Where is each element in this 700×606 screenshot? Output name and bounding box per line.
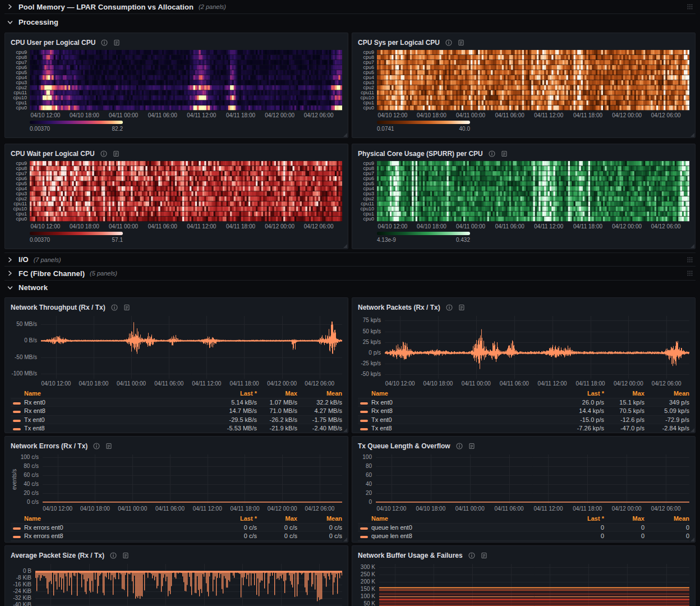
panel-resize-handle[interactable] <box>690 133 694 137</box>
row-panel-count: (2 panels) <box>199 3 226 10</box>
info-icon[interactable] <box>445 39 452 46</box>
row-title[interactable]: I/O <box>19 255 29 264</box>
legend-column-header[interactable]: Max <box>604 515 644 522</box>
legend-row: Rx ent814.4 kp/s70.5 kp/s5.09 kp/s <box>358 406 689 415</box>
legend-series-name[interactable]: queue len ent0 <box>371 524 557 531</box>
row-title[interactable]: Processing <box>19 18 58 26</box>
y-tick-label: 300 K <box>361 564 375 570</box>
chevron-down-icon[interactable] <box>7 20 13 25</box>
panel-description-icon[interactable] <box>468 443 475 449</box>
heatmap-canvas[interactable] <box>30 161 342 222</box>
panel-title[interactable]: CPU Sys per Logical CPU <box>358 39 440 47</box>
panel-resize-handle[interactable] <box>690 244 694 248</box>
legend-series-name[interactable]: Rx ent0 <box>24 399 210 406</box>
panel-title[interactable]: Network Errors (Rx / Tx) <box>11 442 88 450</box>
chevron-down-icon[interactable] <box>7 285 13 291</box>
legend-series-name[interactable]: Tx ent0 <box>371 416 557 423</box>
legend-column-header[interactable]: Mean <box>297 515 342 522</box>
info-icon[interactable] <box>446 304 453 311</box>
info-icon[interactable] <box>110 552 117 559</box>
chevron-right-icon[interactable] <box>7 257 13 263</box>
legend-column-header[interactable]: Mean <box>644 390 689 397</box>
row-title[interactable]: Pool Memory — LPAR Consumption vs Alloca… <box>19 3 194 11</box>
info-icon[interactable] <box>101 39 108 46</box>
y-tick-label: -8 KiB <box>16 575 31 581</box>
row-title[interactable]: FC (Fibre Channel) <box>19 269 85 278</box>
legend-column-header[interactable]: Last * <box>557 515 604 522</box>
info-icon[interactable] <box>111 304 118 311</box>
legend-column-header[interactable]: Max <box>604 390 644 397</box>
panel-title[interactable]: Network Buffer Usage & Failures <box>358 552 463 559</box>
legend-value: 0 c/s <box>257 524 297 531</box>
panel-description-icon[interactable] <box>481 552 487 559</box>
panel-description-icon[interactable] <box>458 39 464 46</box>
panel-title[interactable]: CPU User per Logical CPU <box>11 39 95 47</box>
legend-column-header[interactable]: Name <box>371 515 557 522</box>
legend-column-header[interactable]: Mean <box>644 515 689 522</box>
legend-column-header[interactable]: Name <box>24 390 210 397</box>
legend-series-name[interactable]: overflow ent0 <box>371 541 557 543</box>
chevron-right-icon[interactable] <box>7 4 13 10</box>
legend-column-header[interactable]: Max <box>257 515 297 522</box>
panel-description-icon[interactable] <box>122 552 129 559</box>
panel-resize-handle[interactable] <box>343 538 347 541</box>
panel-description-icon[interactable] <box>113 150 119 157</box>
info-icon[interactable] <box>456 443 463 449</box>
legend-series-name[interactable]: Tx ent8 <box>371 425 557 431</box>
legend-series-name[interactable]: Tx ent8 <box>24 425 210 431</box>
timeseries-canvas[interactable] <box>379 564 689 606</box>
timeseries-canvas[interactable] <box>35 564 342 606</box>
legend-series-name[interactable]: queue len ent8 <box>371 532 557 539</box>
row-title[interactable]: Network <box>19 283 48 292</box>
legend-series-name[interactable]: Rx ent0 <box>371 399 557 406</box>
timeseries-canvas[interactable] <box>41 316 342 379</box>
panel-title[interactable]: Average Packet Size (Rx / Tx) <box>11 552 104 559</box>
legend-series-name[interactable]: Rx errors ent8 <box>24 532 210 539</box>
row-drag-handle-icon[interactable] <box>687 256 693 263</box>
panel-description-icon[interactable] <box>113 39 120 46</box>
panel-resize-handle[interactable] <box>343 133 347 137</box>
legend-column-header[interactable]: Last * <box>210 390 257 397</box>
panel-resize-handle[interactable] <box>690 428 694 432</box>
info-icon[interactable] <box>489 150 495 157</box>
info-icon[interactable] <box>93 443 100 449</box>
panel-title[interactable]: Tx Queue Length & Overflow <box>358 442 450 450</box>
legend-series-name[interactable]: Tx ent0 <box>24 416 210 423</box>
legend-header-row: NameLast *MaxMean <box>358 514 689 523</box>
panel-description-icon[interactable] <box>458 304 465 311</box>
panel-title[interactable]: CPU Wait per Logical CPU <box>11 150 95 158</box>
timeseries-canvas[interactable] <box>43 454 342 504</box>
row-drag-handle-icon[interactable] <box>687 270 693 277</box>
chevron-right-icon[interactable] <box>7 270 13 276</box>
legend-column-header[interactable]: Name <box>371 390 557 397</box>
panel-description-icon[interactable] <box>105 443 112 449</box>
timeseries-canvas[interactable] <box>376 454 689 504</box>
row-drag-handle-icon[interactable] <box>687 3 693 10</box>
panel-resize-handle[interactable] <box>343 244 347 248</box>
panel-cpu-sys-heatmap: CPU Sys per Logical CPU cpu9cpu8cpu7cpu6… <box>352 33 696 138</box>
legend-column-header[interactable]: Name <box>24 515 210 522</box>
panel-description-icon[interactable] <box>123 304 130 311</box>
legend-column-header[interactable]: Max <box>257 390 297 397</box>
legend-table: NameLast *MaxMeanRx errors ent00 c/s0 c/… <box>11 514 342 543</box>
legend-series-name[interactable]: Rx ent8 <box>371 407 557 414</box>
info-icon[interactable] <box>100 150 107 157</box>
legend-series-name[interactable]: Tx errors ent0 <box>24 541 210 543</box>
panel-description-icon[interactable] <box>501 150 508 157</box>
panel-title[interactable]: Physical Core Usage (SPURR) per CPU <box>358 150 483 158</box>
panel-title[interactable]: Network Packets (Rx / Tx) <box>358 304 440 311</box>
panel-resize-handle[interactable] <box>690 538 694 541</box>
legend-series-name[interactable]: Rx ent8 <box>24 407 210 414</box>
timeseries-canvas[interactable] <box>385 316 689 379</box>
legend-column-header[interactable]: Last * <box>557 390 604 397</box>
panel-resize-handle[interactable] <box>343 428 347 432</box>
legend-value: 0 c/s <box>210 524 257 531</box>
legend-series-name[interactable]: Rx errors ent0 <box>24 524 210 531</box>
legend-column-header[interactable]: Mean <box>297 390 342 397</box>
heatmap-canvas[interactable] <box>377 50 689 111</box>
info-icon[interactable] <box>468 552 475 559</box>
panel-title[interactable]: Network Throughput (Rx / Tx) <box>11 304 105 311</box>
legend-column-header[interactable]: Last * <box>210 515 257 522</box>
heatmap-canvas[interactable] <box>377 161 689 222</box>
heatmap-canvas[interactable] <box>30 50 342 111</box>
